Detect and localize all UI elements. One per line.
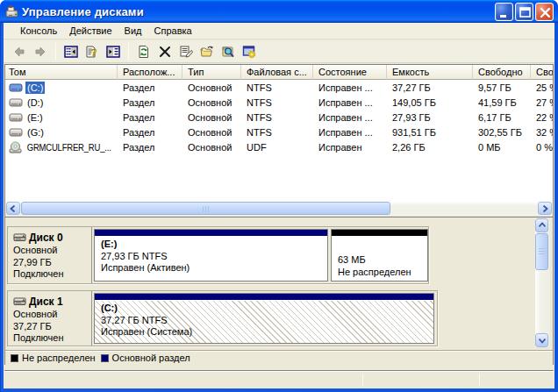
- properties-button[interactable]: [175, 42, 197, 61]
- partition-unallocated[interactable]: 63 МБНе распределен: [331, 229, 428, 282]
- location-cell: Раздел: [118, 112, 182, 123]
- maximize-button[interactable]: [515, 3, 533, 21]
- column-header-5[interactable]: Состояние: [313, 65, 387, 80]
- disk-kind: Основной: [13, 245, 91, 257]
- free_pct-cell: 25 %: [531, 82, 553, 93]
- drive-icon: [9, 126, 23, 139]
- minimize-button[interactable]: [495, 3, 513, 21]
- partition-status: Исправен (Активен): [101, 262, 326, 274]
- drive-icon: [9, 111, 23, 124]
- column-header-6[interactable]: Емкость: [387, 65, 473, 80]
- drive-icon: [9, 96, 23, 109]
- menu-bar: КонсольДействиеВидСправка: [4, 23, 554, 39]
- back-icon: [12, 45, 26, 59]
- legend-swatch: [11, 354, 18, 362]
- volume-row[interactable]: (D:)РазделОсновнойNTFSИсправен ...149,05…: [5, 95, 553, 110]
- help-doc-icon: [85, 45, 99, 59]
- disk-title: Диск 1: [13, 295, 91, 309]
- titlebar[interactable]: Управление дисками: [0, 0, 558, 23]
- scroll-down-button[interactable]: [535, 333, 548, 347]
- scroll-up-button[interactable]: [535, 218, 548, 232]
- properties-icon: [179, 45, 193, 59]
- show-tree-button[interactable]: [61, 42, 82, 61]
- free-cell: 0 МБ: [473, 142, 531, 153]
- status-divider: [479, 374, 480, 387]
- forward-button[interactable]: [30, 42, 51, 61]
- disk-row-0: Диск 0Основной27,99 ГБПодключен(E:)27,93…: [7, 226, 429, 284]
- free-cell: 41,59 ГБ: [473, 97, 531, 108]
- status-cell: Исправен ...: [313, 82, 387, 93]
- disk-label-box[interactable]: Диск 1Основной37,27 ГБПодключен: [8, 291, 92, 346]
- disk-row-1: Диск 1Основной37,27 ГБПодключен(C:)37,27…: [7, 290, 438, 346]
- window-title: Управление дисками: [22, 5, 144, 18]
- vertical-scroll-thumb[interactable]: [535, 233, 548, 270]
- menu-item-3[interactable]: Вид: [118, 24, 148, 39]
- column-header-4[interactable]: Файловая с...: [241, 65, 313, 80]
- horizontal-scroll-thumb[interactable]: [21, 202, 390, 215]
- capacity-cell: 27,93 ГБ: [387, 112, 473, 123]
- capacity-cell: 2,26 ГБ: [387, 142, 473, 153]
- column-header-2[interactable]: Располож...: [118, 65, 182, 80]
- disk-title: Диск 0: [13, 231, 91, 245]
- free_pct-cell: 0 %: [531, 142, 553, 153]
- volume-row[interactable]: (E:)РазделОсновнойNTFSИсправен ...27,93 …: [5, 110, 553, 125]
- console-settings-button[interactable]: [239, 42, 260, 61]
- volume-label: (C:): [25, 82, 45, 94]
- partition-body: 63 МБНе распределен: [332, 237, 427, 281]
- partition-E[interactable]: (E:)27,93 ГБ NTFSИсправен (Активен): [94, 229, 328, 282]
- menu-item-4[interactable]: Справка: [148, 24, 198, 39]
- volume-row[interactable]: (G:)РазделОсновнойNTFSИсправен ...931,51…: [5, 125, 553, 139]
- partition-status: Исправен (Система): [101, 326, 432, 339]
- volume-cell: (C:): [5, 82, 118, 94]
- partition-color-band: [95, 294, 433, 301]
- back-button[interactable]: [9, 42, 30, 61]
- hard-disk-icon: [13, 295, 27, 309]
- status-cell: Исправен: [313, 142, 387, 153]
- column-header-8[interactable]: Своб: [531, 65, 553, 80]
- delete-button[interactable]: [154, 42, 175, 61]
- drive-icon: [9, 82, 23, 94]
- status-bar: [4, 370, 554, 387]
- scroll-left-button[interactable]: [6, 202, 20, 215]
- volume-row[interactable]: GRMCULFRER_RU_...РазделОсновнойUDFИсправ…: [5, 139, 553, 154]
- help-doc-button[interactable]: [82, 42, 103, 61]
- legend-item-2: Основной раздел: [101, 353, 190, 363]
- partition-body: (E:)27,93 ГБ NTFSИсправен (Активен): [95, 237, 327, 281]
- column-header-7[interactable]: Свободно: [473, 65, 531, 80]
- horizontal-scrollbar[interactable]: [5, 202, 553, 216]
- column-header-1[interactable]: Том: [5, 65, 118, 80]
- find-button[interactable]: [218, 42, 239, 61]
- disk-status: Подключен: [13, 268, 91, 281]
- show-tree-icon: [64, 45, 78, 59]
- menu-item-1[interactable]: Консоль: [14, 24, 63, 39]
- status-divider: [362, 374, 363, 387]
- console-settings-icon: [242, 45, 256, 59]
- delete-icon: [158, 45, 172, 59]
- disk-management-window: Управление дисками КонсольДействие: [0, 0, 558, 392]
- partition-C[interactable]: (C:)37,27 ГБ NTFSИсправен (Система): [94, 293, 434, 344]
- fs-cell: NTFS: [241, 127, 313, 138]
- volume-row[interactable]: (C:)РазделОсновнойNTFSИсправен ...37,27 …: [5, 80, 553, 95]
- column-header-3[interactable]: Тип: [182, 65, 241, 80]
- close-button[interactable]: [535, 3, 554, 21]
- window-body: КонсольДействиеВидСправка ТомРасполож...…: [4, 23, 554, 388]
- partition-size: 27,93 ГБ NTFS: [101, 251, 326, 263]
- menu-item-2[interactable]: Действие: [63, 24, 118, 39]
- refresh-button[interactable]: [133, 42, 154, 61]
- volume-cell: (E:): [5, 111, 118, 124]
- volume-cell: GRMCULFRER_RU_...: [5, 141, 118, 153]
- scroll-right-button[interactable]: [538, 202, 552, 215]
- partition-color-band: [332, 230, 427, 237]
- toolbar-separator: [128, 43, 129, 61]
- vertical-scrollbar[interactable]: [535, 218, 550, 347]
- disk-label-box[interactable]: Диск 0Основной27,99 ГБПодключен: [8, 227, 92, 283]
- show-pane-button[interactable]: [103, 42, 124, 61]
- capacity-cell: 931,51 ГБ: [387, 127, 473, 138]
- location-cell: Раздел: [118, 82, 182, 93]
- open-folder-button[interactable]: [197, 42, 218, 61]
- status-cell: Исправен ...: [313, 97, 387, 108]
- toolbar-separator: [55, 43, 56, 61]
- partition-status: Не распределен: [338, 267, 426, 279]
- disk-name: Диск 1: [29, 296, 63, 308]
- refresh-icon: [137, 45, 151, 59]
